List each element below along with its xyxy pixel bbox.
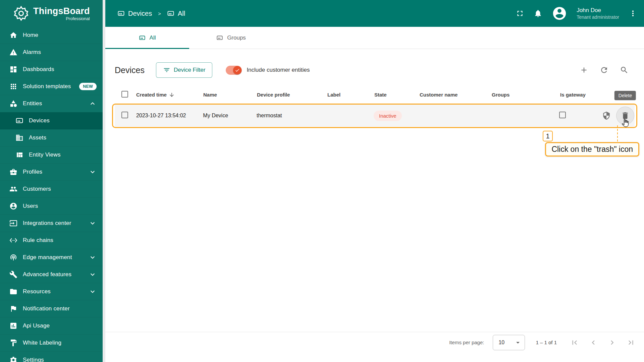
sidebar-item-settings[interactable]: Settings: [0, 352, 103, 362]
flag-icon: [9, 305, 17, 313]
column-header-created[interactable]: Created time: [136, 92, 203, 98]
app-root: ThingsBoard Professional Devices>All Joh…: [0, 0, 644, 362]
column-header-label[interactable]: Label: [327, 92, 374, 98]
breadcrumb: Devices>All: [117, 0, 185, 27]
items-per-page-label: Items per page:: [449, 340, 484, 345]
user-role: Tenant administrator: [577, 14, 619, 20]
sidebar-item-integrations-center[interactable]: Integrations center: [0, 215, 103, 232]
page-title: Devices: [115, 65, 145, 75]
breadcrumb-item-devices[interactable]: Devices: [117, 10, 152, 17]
first-page-button[interactable]: [570, 338, 579, 347]
sidebar-item-entities[interactable]: Entities: [0, 95, 103, 112]
breadcrumb-label: All: [178, 10, 185, 17]
top-header: ThingsBoard Professional Devices>All Joh…: [0, 0, 644, 27]
account-icon: [9, 202, 17, 210]
device-group-icon: [167, 10, 174, 17]
chevron-down-icon: [89, 219, 97, 227]
chevron-down-icon: [89, 168, 97, 176]
column-header-name[interactable]: Name: [203, 92, 257, 98]
device-group-icon: [15, 117, 23, 125]
sidebar-item-label: Advanced features: [23, 271, 71, 278]
table-row[interactable]: 2023-10-27 13:54:02My DevicethermostatIn…: [115, 105, 635, 127]
people-icon: [9, 185, 17, 193]
sidebar-item-users[interactable]: Users: [0, 198, 103, 215]
security-shield-button[interactable]: [598, 108, 614, 124]
gear-icon: [9, 356, 17, 362]
sidebar-scrollbar[interactable]: [103, 0, 105, 362]
more-menu-icon[interactable]: [629, 9, 637, 18]
sidebar-item-assets[interactable]: Assets: [0, 129, 103, 146]
device-group-icon: [216, 35, 223, 41]
cell-name: My Device: [203, 113, 257, 119]
notifications-bell-icon[interactable]: [534, 9, 542, 18]
input-icon: [9, 219, 17, 227]
annotation-connector-line: [617, 125, 618, 141]
add-device-icon[interactable]: [580, 66, 588, 74]
device-filter-button[interactable]: Device Filter: [156, 62, 212, 78]
include-customer-entities-toggle[interactable]: [226, 66, 242, 75]
sidebar-item-devices[interactable]: Devices: [0, 112, 103, 129]
breadcrumb-separator: >: [158, 11, 161, 16]
next-page-button[interactable]: [608, 338, 616, 347]
sidebar-item-dashboards[interactable]: Dashboards: [0, 61, 103, 78]
column-header-profile[interactable]: Device profile: [257, 92, 327, 98]
brand-logo[interactable]: ThingsBoard Professional: [0, 0, 103, 27]
column-header-gateway[interactable]: Is gateway: [555, 92, 599, 98]
column-header-groups[interactable]: Groups: [492, 92, 555, 98]
row-select-cell: [115, 112, 136, 120]
refresh-icon[interactable]: [600, 66, 608, 74]
sidebar-item-api-usage[interactable]: Api Usage: [0, 317, 103, 335]
chevron-down-icon: [89, 288, 97, 296]
column-header-state[interactable]: State: [374, 92, 420, 98]
items-per-page-select[interactable]: 10: [493, 335, 525, 350]
chevron-down-icon: [89, 270, 97, 279]
page-range-label: 1 – 1 of 1: [536, 340, 557, 345]
sidebar-item-rule-chains[interactable]: Rule chains: [0, 232, 103, 249]
tab-all[interactable]: All: [105, 27, 189, 49]
sidebar-item-advanced-features[interactable]: Advanced features: [0, 266, 103, 283]
delete-tooltip: Delete: [614, 91, 636, 100]
fullscreen-icon[interactable]: [516, 9, 524, 18]
sidebar-item-edge-management[interactable]: Edge management: [0, 249, 103, 266]
sidebar-item-notification-center[interactable]: Notification center: [0, 300, 103, 317]
sidebar-item-solution-templates[interactable]: Solution templatesNEW: [0, 78, 103, 95]
table-toolbar: Devices Device Filter Include customer e…: [105, 60, 644, 80]
select-all-cell: [115, 91, 136, 99]
avatar[interactable]: [552, 6, 567, 21]
sidebar-item-profiles[interactable]: Profiles: [0, 164, 103, 181]
table-header-actions: [580, 66, 629, 74]
cell-created-time: 2023-10-27 13:54:02: [136, 113, 203, 119]
column-label: Label: [327, 92, 340, 98]
column-label: Name: [203, 92, 217, 98]
sidebar-item-customers[interactable]: Customers: [0, 181, 103, 198]
is-gateway-checkbox[interactable]: [559, 112, 566, 118]
sidebar-item-label: Rule chains: [23, 237, 53, 244]
chevron-down-icon: [89, 253, 97, 261]
tab-groups[interactable]: Groups: [189, 27, 273, 49]
sidebar-item-white-labeling[interactable]: White Labeling: [0, 335, 103, 352]
main-content: AllGroups Devices Device Filter Include …: [105, 27, 644, 362]
sidebar-item-alarms[interactable]: Alarms: [0, 44, 103, 61]
paginator: Items per page: 10 1 – 1 of 1: [105, 332, 644, 353]
device-filter-label: Device Filter: [174, 67, 205, 73]
delete-button[interactable]: [616, 107, 634, 124]
column-header-customer[interactable]: Customer name: [420, 92, 492, 98]
user-info[interactable]: John Doe Tenant administrator: [577, 7, 619, 20]
sidebar-item-entity-views[interactable]: Entity Views: [0, 146, 103, 164]
sidebar-item-label: Solution templates: [23, 83, 71, 90]
select-all-checkbox[interactable]: [121, 91, 128, 98]
device-group-icon: [117, 10, 125, 17]
tab-label: All: [150, 35, 156, 41]
sidebar-item-resources[interactable]: Resources: [0, 283, 103, 300]
domain-icon: [15, 134, 23, 142]
last-page-button[interactable]: [627, 338, 635, 347]
sidebar-item-label: Alarms: [23, 49, 41, 56]
new-badge: NEW: [79, 83, 97, 90]
row-checkbox[interactable]: [121, 112, 128, 118]
search-icon[interactable]: [620, 66, 629, 74]
sidebar-item-home[interactable]: Home: [0, 27, 103, 44]
sidebar-item-label: Dashboards: [23, 66, 54, 73]
breadcrumb-item-all[interactable]: All: [167, 10, 185, 17]
previous-page-button[interactable]: [589, 338, 598, 347]
column-label: Created time: [136, 92, 167, 98]
